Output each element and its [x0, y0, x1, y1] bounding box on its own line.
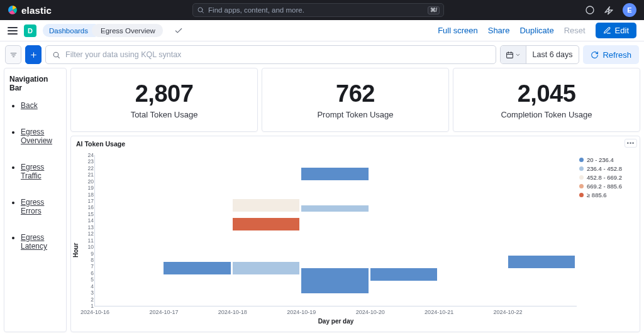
x-tick: 2024-10-21 [425, 309, 453, 315]
refresh-label: Refresh [602, 50, 631, 60]
keyboard-shortcut-badge: ⌘/ [428, 6, 440, 14]
sidebar-item-back[interactable]: Back [21, 101, 61, 110]
global-search[interactable]: Find apps, content, and more. ⌘/ [192, 3, 444, 17]
y-tick: 17 [84, 198, 94, 204]
heatmap-cell[interactable] [164, 262, 230, 274]
panel-options-icon[interactable]: ••• [625, 139, 637, 148]
global-search-placeholder: Find apps, content, and more. [208, 6, 423, 14]
heatmap-cell[interactable] [508, 256, 575, 268]
elastic-logo-icon [8, 5, 18, 15]
legend-item[interactable]: 452.8 - 669.2 [579, 174, 637, 181]
legend-label: 20 - 236.4 [587, 156, 614, 163]
heatmap-cell[interactable] [233, 199, 299, 212]
x-tick: 2024-10-18 [218, 309, 247, 315]
calendar-icon [501, 46, 526, 63]
brand[interactable]: elastic [8, 5, 52, 16]
y-tick: 12 [84, 230, 94, 237]
saved-check-icon [174, 26, 183, 35]
date-picker[interactable]: Last 6 days [500, 45, 580, 64]
kql-placeholder: Filter your data using KQL syntax [65, 50, 181, 59]
add-filter-button[interactable] [25, 45, 42, 64]
sidebar-item-errors[interactable]: Egress Errors [21, 198, 61, 215]
x-tick: 2024-10-17 [149, 309, 178, 315]
heatmap-cell[interactable] [301, 168, 368, 180]
integrations-icon[interactable] [604, 5, 614, 15]
metric-value: 762 [336, 80, 375, 107]
sidebar-item-latency[interactable]: Egress Latency [21, 233, 61, 251]
kql-input[interactable]: Filter your data using KQL syntax [45, 45, 496, 64]
x-tick: 2024-10-20 [356, 309, 385, 315]
date-range-label: Last 6 days [526, 46, 579, 63]
fullscreen-button[interactable]: Full screen [438, 26, 478, 35]
heatmap-cell[interactable] [301, 205, 368, 212]
sidebar-title: Navigation Bar [9, 75, 61, 92]
y-tick: 11 [84, 237, 94, 244]
svg-rect-10 [506, 52, 513, 58]
y-tick: 6 [84, 270, 94, 276]
svg-point-8 [53, 52, 58, 57]
breadcrumb-current[interactable]: Egress Overview [92, 24, 163, 37]
edit-button[interactable]: Edit [596, 23, 636, 38]
sidebar-item-overview[interactable]: Egress Overview [21, 127, 61, 145]
sidebar-item-traffic[interactable]: Egress Traffic [21, 163, 61, 180]
brand-label: elastic [21, 5, 52, 16]
y-tick: 8 [84, 257, 94, 263]
search-icon [52, 51, 60, 59]
y-tick: 5 [84, 276, 94, 283]
chevron-down-icon [515, 52, 521, 58]
x-tick: 2024-10-19 [287, 309, 316, 315]
y-tick: 7 [84, 263, 94, 269]
dashboards-app-badge[interactable]: D [24, 24, 36, 37]
panel-title: AI Token Usage [71, 136, 640, 151]
legend-label: 669.2 - 885.6 [587, 183, 622, 190]
heatmap-plot[interactable]: Day per day 1234567891011121314151617181… [94, 155, 577, 306]
sidebar-list: Back Egress Overview Egress Traffic Egre… [9, 101, 61, 251]
metric-label: Total Token Usage [131, 110, 198, 119]
y-tick: 1 [84, 303, 94, 309]
navigation-sidebar: Navigation Bar Back Egress Overview Egre… [4, 68, 67, 332]
x-tick: 2024-10-22 [494, 309, 523, 315]
y-tick: 19 [84, 185, 94, 191]
legend-swatch [579, 175, 584, 180]
svg-line-1 [202, 11, 203, 13]
filter-toggle-button[interactable] [5, 45, 21, 64]
y-tick: 18 [84, 192, 94, 198]
y-axis-label: Hour [71, 151, 80, 332]
legend-item[interactable]: 236.4 - 452.8 [579, 165, 637, 172]
svg-point-2 [586, 6, 594, 14]
refresh-button[interactable]: Refresh [583, 45, 639, 64]
edit-button-label: Edit [615, 26, 629, 35]
y-tick: 4 [84, 283, 94, 290]
y-tick: 9 [84, 251, 94, 257]
x-tick: 2024-10-16 [80, 309, 109, 315]
avatar[interactable]: E [623, 3, 636, 17]
x-axis-label: Day per day [318, 318, 354, 325]
legend-item[interactable]: 20 - 236.4 [579, 156, 637, 163]
y-tick: 14 [84, 217, 94, 224]
help-icon[interactable] [585, 5, 595, 15]
share-button[interactable]: Share [488, 26, 510, 35]
y-tick: 2 [84, 296, 94, 303]
metric-value: 2,807 [135, 80, 194, 107]
metric-value: 2,045 [518, 80, 576, 107]
y-tick: 20 [84, 178, 94, 185]
legend-swatch [579, 184, 584, 188]
y-tick: 15 [84, 211, 94, 217]
y-tick: 10 [84, 244, 94, 250]
heatmap-cell[interactable] [301, 268, 368, 293]
legend-label: 452.8 - 669.2 [587, 174, 622, 181]
heatmap-cell[interactable] [233, 262, 299, 274]
nav-menu-icon[interactable] [8, 27, 18, 35]
y-tick: 16 [84, 204, 94, 210]
duplicate-button[interactable]: Duplicate [519, 26, 553, 35]
app-toolbar: D Dashboards Egress Overview Full screen… [0, 20, 644, 41]
global-header: elastic Find apps, content, and more. ⌘/… [0, 0, 644, 20]
breadcrumb: Dashboards Egress Overview [43, 24, 163, 37]
legend-item[interactable]: ≥ 885.6 [579, 192, 637, 198]
reset-button[interactable]: Reset [564, 26, 586, 35]
legend-item[interactable]: 669.2 - 885.6 [579, 183, 637, 190]
heatmap-cell[interactable] [370, 268, 437, 281]
metric-total-tokens: 2,807 Total Token Usage [70, 68, 258, 132]
breadcrumb-dashboards[interactable]: Dashboards [43, 24, 96, 37]
heatmap-cell[interactable] [233, 218, 299, 230]
